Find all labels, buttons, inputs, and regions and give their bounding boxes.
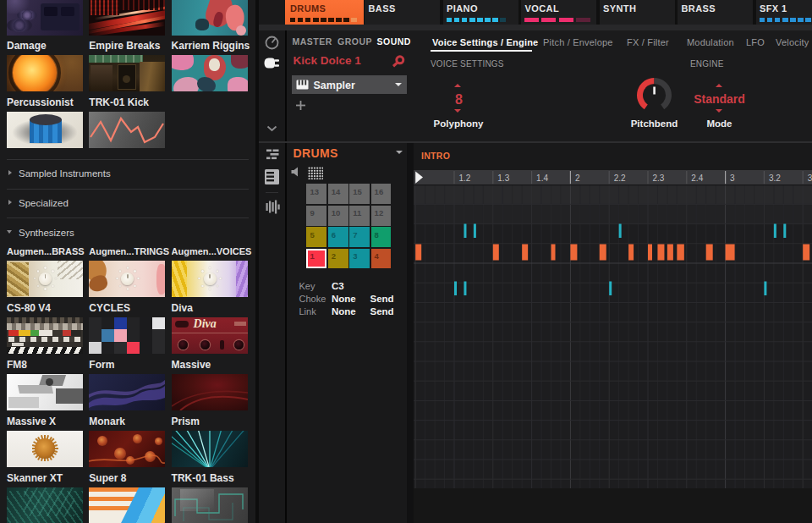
svg-text:2.3: 2.3 <box>652 173 664 183</box>
svg-text:1.3: 1.3 <box>497 173 509 183</box>
svg-text:3.3: 3.3 <box>807 173 812 183</box>
svg-text:2.2: 2.2 <box>613 173 625 183</box>
svg-text:1.2: 1.2 <box>458 173 470 183</box>
svg-text:2: 2 <box>574 173 579 183</box>
svg-text:3: 3 <box>730 173 735 183</box>
svg-text:1.4: 1.4 <box>536 173 548 183</box>
svg-text:2.4: 2.4 <box>691 173 703 183</box>
svg-text:3.2: 3.2 <box>768 173 780 183</box>
